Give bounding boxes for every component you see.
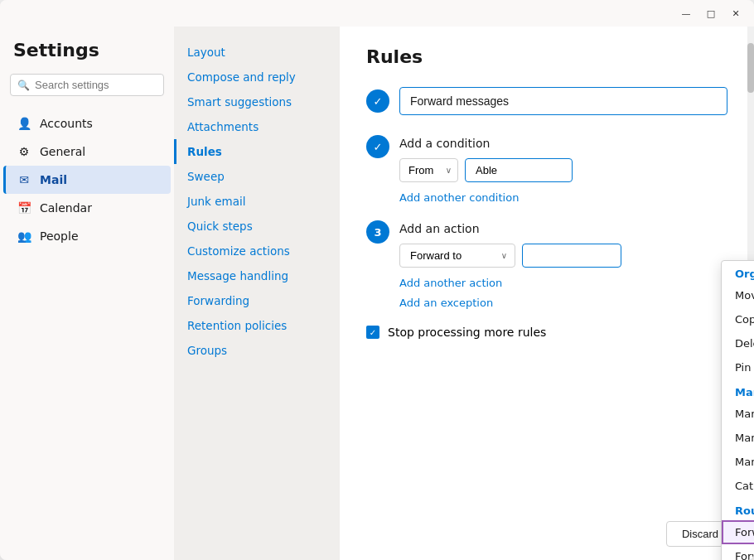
step1-circle: ✓ — [366, 89, 389, 113]
from-select-wrapper: From — [399, 158, 458, 182]
search-input[interactable] — [35, 79, 157, 91]
nav-customize[interactable]: Customize actions — [174, 239, 340, 263]
sidebar-item-people[interactable]: 👥 People — [3, 222, 171, 250]
menu-delete[interactable]: Delete — [722, 331, 754, 355]
nav-retention[interactable]: Retention policies — [174, 313, 340, 338]
page-title: Rules — [366, 46, 727, 67]
organize-header: Organize — [722, 261, 754, 283]
action-section: 3 Add an action Forward to Add another a… — [366, 220, 727, 309]
sidebar-item-mail[interactable]: ✉ Mail — [3, 166, 171, 194]
add-exception-link[interactable]: Add an exception — [399, 297, 493, 309]
scroll-thumb[interactable] — [747, 43, 754, 93]
stop-processing-label: Stop processing more rules — [388, 326, 546, 339]
nav-messagehandling[interactable]: Message handling — [174, 263, 340, 288]
sidebar-item-calendar-label: Calendar — [40, 201, 92, 215]
action-select-wrapper: Forward to — [399, 244, 515, 268]
condition-value-input[interactable] — [465, 158, 573, 182]
calendar-icon: 📅 — [17, 200, 31, 215]
step2-circle: ✓ — [366, 135, 389, 158]
close-button[interactable]: ✕ — [724, 5, 747, 22]
sidebar-item-mail-label: Mail — [40, 173, 67, 186]
action-dropdown[interactable]: Forward to — [399, 244, 515, 268]
condition-controls-row: From — [399, 158, 727, 182]
condition-label: Add a condition — [399, 135, 727, 150]
route-header: Route — [722, 498, 754, 520]
action-controls-row: Forward to — [399, 244, 727, 268]
mark-message-header: Mark message — [722, 379, 754, 402]
menu-mark-importance[interactable]: Mark with importance — [722, 450, 754, 474]
nav-groups[interactable]: Groups — [174, 338, 340, 363]
mail-icon: ✉ — [17, 172, 31, 187]
nav-quicksteps[interactable]: Quick steps — [174, 214, 340, 239]
nav-junk[interactable]: Junk email — [174, 189, 340, 214]
sidebar-item-accounts[interactable]: 👤 Accounts — [3, 109, 171, 138]
menu-mark-read[interactable]: Mark as read — [722, 402, 754, 426]
nav-sweep[interactable]: Sweep — [174, 164, 340, 189]
stop-processing-row: ✓ Stop processing more rules — [366, 326, 727, 339]
minimize-button[interactable]: — — [674, 5, 698, 22]
stop-processing-checkbox[interactable]: ✓ — [366, 326, 379, 339]
sidebar-title: Settings — [0, 40, 174, 74]
window-controls: — □ ✕ — [674, 5, 747, 22]
sidebar-item-general[interactable]: ⚙ General — [3, 138, 171, 166]
sidebar-item-calendar[interactable]: 📅 Calendar — [3, 194, 171, 222]
action-value-input[interactable] — [522, 244, 621, 268]
sidebar-item-accounts-label: Accounts — [40, 117, 93, 130]
middle-nav: Layout Compose and reply Smart suggestio… — [174, 27, 340, 560]
add-action-link[interactable]: Add another action — [399, 277, 502, 289]
nav-forwarding[interactable]: Forwarding — [174, 288, 340, 313]
menu-forward-attachment[interactable]: Forward as attachment — [722, 544, 754, 560]
search-box[interactable]: 🔍 — [10, 74, 164, 96]
sidebar: Settings 🔍 👤 Accounts ⚙ General ✉ Mail 📅… — [0, 27, 174, 560]
menu-mark-junk[interactable]: Mark as Junk — [722, 426, 754, 450]
nav-layout[interactable]: Layout — [174, 40, 340, 65]
menu-categorize[interactable]: Categorize — [722, 474, 754, 498]
menu-copy-to[interactable]: Copy to — [722, 307, 754, 331]
people-icon: 👥 — [17, 229, 31, 244]
rule-name-input[interactable] — [399, 87, 727, 115]
sidebar-item-general-label: General — [40, 145, 85, 158]
menu-forward-to[interactable]: Forward to — [722, 520, 754, 544]
from-dropdown[interactable]: From — [399, 158, 458, 182]
nav-rules[interactable]: Rules — [174, 139, 340, 164]
general-icon: ⚙ — [17, 144, 31, 159]
main-content: Rules ✓ ✓ Add a condition From — [340, 27, 754, 560]
action-dropdown-menu: Organize Move to Copy to Delete Pin to t… — [721, 260, 754, 560]
nav-smart[interactable]: Smart suggestions — [174, 89, 340, 114]
rule-name-row: ✓ — [366, 87, 727, 115]
titlebar: — □ ✕ — [0, 0, 754, 27]
nav-attachments[interactable]: Attachments — [174, 114, 340, 139]
maximize-button[interactable]: □ — [699, 5, 723, 22]
search-icon: 🔍 — [17, 80, 30, 91]
action-label: Add an action — [399, 220, 727, 235]
condition-section: ✓ Add a condition From Add another condi… — [366, 135, 727, 204]
menu-pin-top[interactable]: Pin to top — [722, 355, 754, 379]
nav-compose[interactable]: Compose and reply — [174, 65, 340, 89]
menu-move-to[interactable]: Move to — [722, 283, 754, 307]
accounts-icon: 👤 — [17, 116, 31, 131]
sidebar-item-people-label: People — [40, 229, 79, 243]
step3-circle: 3 — [366, 220, 389, 244]
add-condition-link[interactable]: Add another condition — [399, 191, 519, 204]
